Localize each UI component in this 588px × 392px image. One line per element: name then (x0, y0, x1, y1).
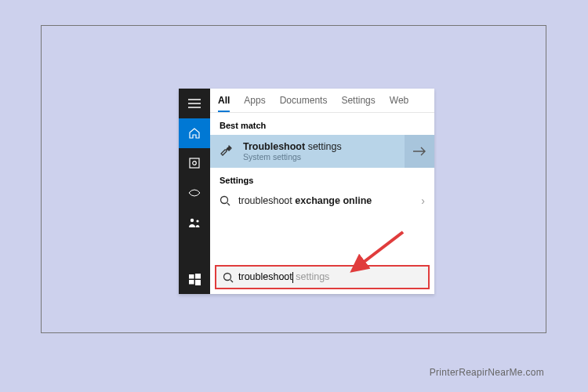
start-button[interactable] (179, 264, 210, 294)
search-icon (223, 272, 234, 283)
svg-point-2 (191, 219, 194, 222)
sidebar-home[interactable] (179, 118, 210, 148)
best-match-text: Troubleshoot settings System settings (243, 141, 342, 162)
hamburger-menu[interactable] (179, 89, 210, 118)
main-content: All Apps Documents Settings Web Best mat… (210, 89, 434, 294)
tab-documents[interactable]: Documents (280, 95, 328, 112)
best-match-row: Troubleshoot settings System settings (210, 135, 434, 168)
search-input[interactable]: troubleshoot settings (215, 265, 430, 289)
sidebar-people[interactable] (179, 208, 210, 238)
svg-point-3 (196, 220, 198, 222)
filter-tabs: All Apps Documents Settings Web (210, 89, 434, 113)
search-area: troubleshoot settings (210, 260, 434, 294)
best-match-result[interactable]: Troubleshoot settings System settings (210, 135, 405, 168)
search-text: troubleshoot settings (238, 271, 329, 283)
search-panel: All Apps Documents Settings Web Best mat… (179, 89, 434, 294)
arrow-right-icon (412, 146, 426, 157)
search-icon (220, 195, 230, 206)
svg-rect-0 (190, 158, 199, 168)
tab-settings[interactable]: Settings (341, 95, 375, 112)
chevron-right-icon: › (421, 194, 425, 207)
svg-rect-7 (195, 280, 201, 285)
sidebar-apps[interactable] (179, 148, 210, 178)
svg-point-1 (193, 162, 197, 165)
wrench-icon (218, 143, 235, 160)
settings-result[interactable]: troubleshoot exchange online › (210, 190, 434, 212)
tab-web[interactable]: Web (390, 95, 408, 112)
svg-rect-4 (189, 274, 194, 279)
settings-label: Settings (210, 168, 434, 190)
sidebar (179, 89, 210, 294)
tab-all[interactable]: All (218, 95, 230, 112)
best-match-title: Troubleshoot settings (243, 141, 342, 152)
open-details-button[interactable] (405, 135, 434, 168)
settings-result-text: troubleshoot exchange online (238, 195, 413, 206)
best-match-subtitle: System settings (243, 152, 342, 162)
tab-apps[interactable]: Apps (244, 95, 265, 112)
svg-rect-6 (189, 280, 194, 285)
svg-point-9 (224, 273, 231, 280)
sidebar-documents[interactable] (179, 178, 210, 208)
watermark: PrinterReapirNearMe.com (430, 367, 544, 378)
svg-rect-5 (195, 274, 201, 279)
svg-point-8 (221, 197, 228, 204)
best-match-label: Best match (210, 113, 434, 135)
